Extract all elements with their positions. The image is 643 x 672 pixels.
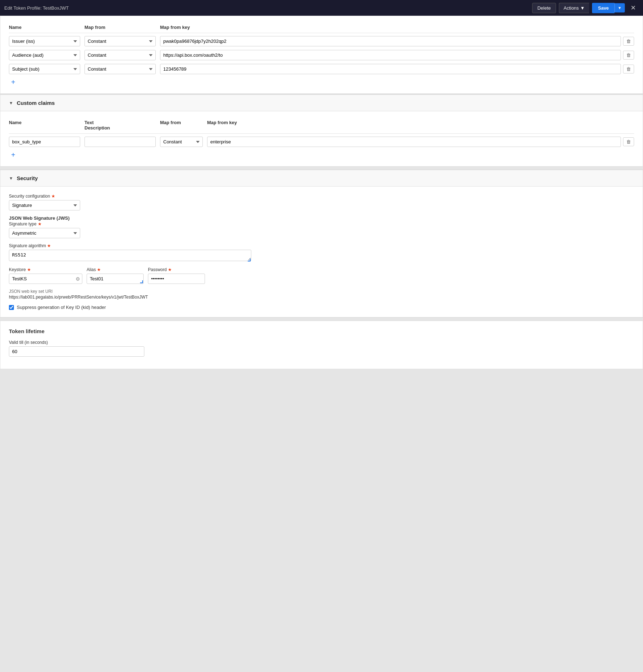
signature-algo-input[interactable]: RS512 [9,250,251,261]
cc-col-header-text-desc: Text Description [84,120,156,131]
security-content: Security configuration ★ Signature Encry… [0,187,643,317]
custom-claims-section-header[interactable]: ▼ Custom claims [0,95,643,111]
required-star-3: ★ [47,243,51,248]
security-title: Security [17,175,38,181]
close-button[interactable]: ✕ [628,2,639,13]
chevron-down-icon: ▼ [580,5,585,11]
actions-button[interactable]: Actions ▼ [559,3,589,13]
custom-claims-content: Name Text Description Map from Map from … [0,111,643,166]
save-button[interactable]: Save [592,3,614,13]
section-divider [0,167,643,169]
custom-claim-name-input[interactable] [9,137,80,147]
col-header-map-from: Map from [84,25,156,30]
cc-col-header-map-from-key: Map from key [207,120,634,131]
custom-claim-map-from-select[interactable]: Constant [160,137,203,147]
alias-resize-handle [140,280,143,283]
audience-map-from-select[interactable]: Constant [84,50,156,60]
issuer-name-select[interactable]: Issuer (iss) [9,36,80,46]
custom-claim-key-wrap: 🗑 [207,137,634,147]
settings-icon: ⚙ [76,276,80,282]
required-star-6: ★ [168,267,172,272]
alias-label: Alias ★ [87,267,144,272]
security-config-label: Security configuration ★ [9,194,634,199]
header-title: Edit Token Profile: TestBoxJWT [4,5,529,11]
required-star-5: ★ [97,267,101,272]
audience-key-wrap: 🗑 [160,50,634,60]
keystore-row: Keystore ★ ⚙ Alias ★ [9,267,634,284]
suppress-checkbox[interactable] [9,305,14,310]
valid-till-label: Valid till (in seconds) [9,340,634,345]
subject-map-from-select[interactable]: Constant [84,64,156,74]
security-config-select[interactable]: Signature Encryption None [9,200,80,210]
cc-col-header-name: Name [9,120,80,131]
required-star: ★ [51,194,55,199]
suppress-checkbox-row: Suppress generation of Key ID (kid) head… [9,305,634,310]
resize-handle [248,259,251,261]
custom-claim-text-desc-input[interactable] [84,137,156,147]
custom-claim-key-input[interactable] [207,137,621,147]
issuer-key-input[interactable] [160,36,621,46]
section-divider-2 [0,318,643,321]
keystore-input[interactable] [9,274,82,284]
add-claim-button[interactable]: + [9,78,17,86]
signature-type-field: Signature type ★ Asymmetric Symmetric [9,222,634,238]
keystore-label: Keystore ★ [9,267,82,272]
token-lifetime-content: Token lifetime Valid till (in seconds) [0,321,643,369]
claims-section: Name Map from Map from key Issuer (iss) … [0,16,643,94]
app-header: Edit Token Profile: TestBoxJWT Delete Ac… [0,0,643,16]
jws-title: JSON Web Signature (JWS) [9,215,634,221]
claims-table-header: Name Map from Map from key [9,22,634,33]
security-section-header[interactable]: ▼ Security [0,170,643,187]
add-custom-claim-button[interactable]: + [9,151,17,159]
custom-claim-delete-button[interactable]: 🗑 [623,137,634,146]
valid-till-field: Valid till (in seconds) [9,340,634,357]
signature-algo-label: Signature algorithm ★ [9,243,634,248]
audience-name-select[interactable]: Audience (aud) [9,50,80,60]
password-field: Password ★ [148,267,205,284]
signature-type-label: Signature type ★ [9,222,634,226]
subject-key-input[interactable] [160,64,621,74]
security-config-field: Security configuration ★ Signature Encry… [9,194,634,210]
jwks-uri-field: JSON web key set URI https://lab001.pega… [9,289,634,300]
jwks-uri-label: JSON web key set URI [9,289,634,294]
required-star-4: ★ [27,267,31,272]
alias-field: Alias ★ [87,267,144,284]
token-lifetime-title: Token lifetime [9,328,634,334]
save-button-group: Save ▼ [592,3,625,13]
chevron-icon: ▼ [9,101,13,106]
subject-name-select[interactable]: Subject (sub) [9,64,80,74]
table-row: Subject (sub) Constant 🗑 [9,64,634,74]
table-row: Audience (aud) Constant 🗑 [9,50,634,60]
col-header-map-from-key: Map from key [160,25,634,30]
claims-card: Name Map from Map from key Issuer (iss) … [0,16,643,94]
issuer-delete-button[interactable]: 🗑 [623,37,634,46]
actions-button-group: Actions ▼ [559,3,589,13]
table-row: Constant 🗑 [9,137,634,147]
issuer-map-from-select[interactable]: Constant [84,36,156,46]
subject-delete-button[interactable]: 🗑 [623,65,634,73]
keystore-field: Keystore ★ ⚙ [9,267,82,284]
required-star-2: ★ [38,222,42,226]
custom-claims-title: Custom claims [17,100,55,106]
cc-col-header-map-from: Map from [160,120,203,131]
col-header-name: Name [9,25,80,30]
signature-algo-field: Signature algorithm ★ RS512 [9,243,634,262]
save-dropdown-button[interactable]: ▼ [614,3,625,12]
token-lifetime-card: Token lifetime Valid till (in seconds) [0,321,643,369]
password-input[interactable] [148,274,205,284]
security-chevron-icon: ▼ [9,176,13,181]
valid-till-input[interactable] [9,346,144,357]
delete-button[interactable]: Delete [532,3,556,13]
suppress-checkbox-label: Suppress generation of Key ID (kid) head… [17,305,106,310]
custom-claims-card: ▼ Custom claims Name Text Description Ma… [0,94,643,167]
signature-type-select[interactable]: Asymmetric Symmetric [9,228,80,238]
alias-input[interactable] [87,274,144,284]
security-card: ▼ Security Security configuration ★ Sign… [0,169,643,318]
algo-textarea-wrap: RS512 [9,250,251,262]
main-content: Name Map from Map from key Issuer (iss) … [0,16,643,672]
audience-key-input[interactable] [160,50,621,60]
audience-delete-button[interactable]: 🗑 [623,51,634,60]
issuer-key-wrap: 🗑 [160,36,634,46]
table-row: Issuer (iss) Constant 🗑 [9,36,634,46]
custom-claims-table-header: Name Text Description Map from Map from … [9,117,634,134]
